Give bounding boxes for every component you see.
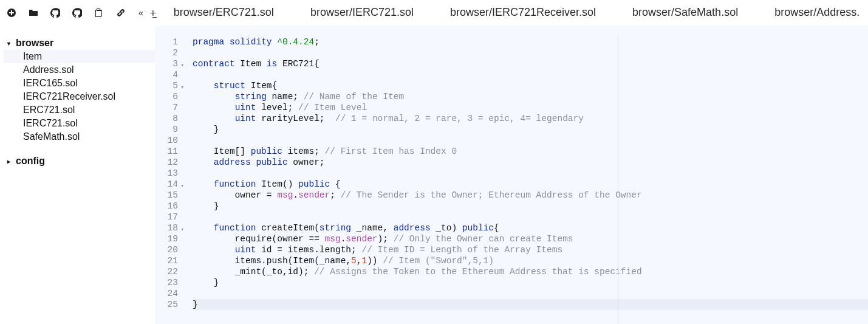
line-number: 15 [155,190,178,201]
folder-browser[interactable]: ▾browser [4,36,155,50]
code-line[interactable]: Item[] public items; // First Item has I… [193,146,868,157]
file-IERC721Receiver.sol[interactable]: IERC721Receiver.sol [4,90,155,103]
line-number: 14▾ [155,179,178,190]
line-number: 3▾ [155,58,178,69]
code-line[interactable] [193,168,868,179]
open-folder-icon[interactable] [28,7,39,18]
folder-label: config [16,156,45,167]
code-line[interactable]: function Item() public { [193,179,868,190]
line-number: 1 [155,36,178,47]
line-number: 17 [155,212,178,222]
editor-tabs: browser/ERC721.solbrowser/IERC721.solbro… [160,0,868,26]
file-ERC721.sol[interactable]: ERC721.sol [4,103,155,117]
code-line[interactable]: } [193,277,868,288]
tab-2[interactable]: browser/IERC721Receiver.sol [439,0,607,26]
top-row: « +̲ browser/ERC721.solbrowser/IERC721.s… [0,0,868,26]
code-line[interactable]: require(owner == msg.sender); // Only th… [193,233,868,244]
code-line[interactable] [193,69,868,80]
code-line[interactable]: owner = msg.sender; // The Sender is the… [193,190,868,201]
line-number: 16 [155,201,178,212]
line-number: 4 [155,69,178,80]
file-SafeMath.sol[interactable]: SafeMath.sol [4,130,155,143]
github-gist-icon[interactable] [72,7,83,18]
github-icon[interactable] [50,7,61,18]
code-line[interactable]: uint id = items.length; // Item ID = Len… [193,244,868,255]
body-row: ▾browserItemAddress.solIERC165.solIERC72… [0,26,868,324]
code-line[interactable]: address public owner; [193,157,868,168]
code-editor[interactable]: 123▾45▾67891011121314▾15161718▾192021222… [155,26,868,324]
tabs-add-icon[interactable]: +̲ [149,8,157,18]
clipboard-icon[interactable] [94,7,104,18]
code-line[interactable] [193,135,868,146]
tab-1[interactable]: browser/IERC721.sol [299,0,425,26]
caret-icon: ▾ [7,40,13,47]
line-number: 8 [155,113,178,124]
file-Address.sol[interactable]: Address.sol [4,63,155,77]
code-line[interactable]: _mint(_to,id); // Assigns the Token to t… [193,266,868,277]
code-line[interactable] [193,288,868,299]
code-line[interactable]: string name; // Name of the Item [193,91,868,102]
line-number: 20 [155,244,178,255]
folder-config[interactable]: ▸config [4,154,155,168]
code-line[interactable] [193,212,868,222]
line-number: 22 [155,266,178,277]
file-explorer: ▾browserItemAddress.solIERC165.solIERC72… [0,26,155,324]
code-line[interactable]: } [193,201,868,212]
code-line[interactable]: pragma solidity ^0.4.24; [193,36,868,47]
file-toolbar [0,0,130,26]
tab-controls: « +̲ [130,0,160,26]
line-number: 25 [155,299,178,310]
line-number: 2 [155,47,178,58]
line-number: 24 [155,288,178,299]
file-IERC165.sol[interactable]: IERC165.sol [4,77,155,90]
line-number: 18▾ [155,222,178,233]
line-number: 11 [155,146,178,157]
line-number: 23 [155,277,178,288]
file-IERC721.sol[interactable]: IERC721.sol [4,117,155,130]
file-Item[interactable]: Item [4,50,155,63]
new-file-icon[interactable] [6,7,17,18]
tabs-back-icon[interactable]: « [138,8,143,18]
code-line[interactable]: uint level; // Item Level [193,102,868,113]
tree-spacer [4,143,155,154]
link-icon[interactable] [115,7,126,18]
line-number: 19 [155,233,178,244]
svg-rect-2 [9,12,14,13]
caret-icon: ▸ [7,158,13,165]
code-line[interactable] [193,47,868,58]
code-area[interactable]: pragma solidity ^0.4.24;contract Item is… [183,36,868,324]
tab-4[interactable]: browser/Address. [764,0,868,26]
code-line[interactable]: struct Item{ [193,80,868,91]
tab-0[interactable]: browser/ERC721.sol [163,0,285,26]
folder-label: browser [16,38,53,49]
code-line[interactable]: items.push(Item(_name,5,1)) // Item ("Sw… [193,255,868,266]
line-number: 7 [155,102,178,113]
code-line[interactable]: function createItem(string _name, addres… [193,222,868,233]
code-line[interactable]: } [193,299,868,310]
line-number-gutter: 123▾45▾67891011121314▾15161718▾192021222… [155,36,183,324]
code-line[interactable]: } [193,124,868,135]
line-number: 5▾ [155,80,178,91]
line-number: 9 [155,124,178,135]
print-margin-guide [618,36,618,324]
line-number: 21 [155,255,178,266]
line-number: 12 [155,157,178,168]
line-number: 6 [155,91,178,102]
line-number: 10 [155,135,178,146]
line-number: 13 [155,168,178,179]
code-line[interactable]: uint rarityLevel; // 1 = normal, 2 = rar… [193,113,868,124]
code-line[interactable]: contract Item is ERC721{ [193,58,868,69]
tab-3[interactable]: browser/SafeMath.sol [621,0,749,26]
